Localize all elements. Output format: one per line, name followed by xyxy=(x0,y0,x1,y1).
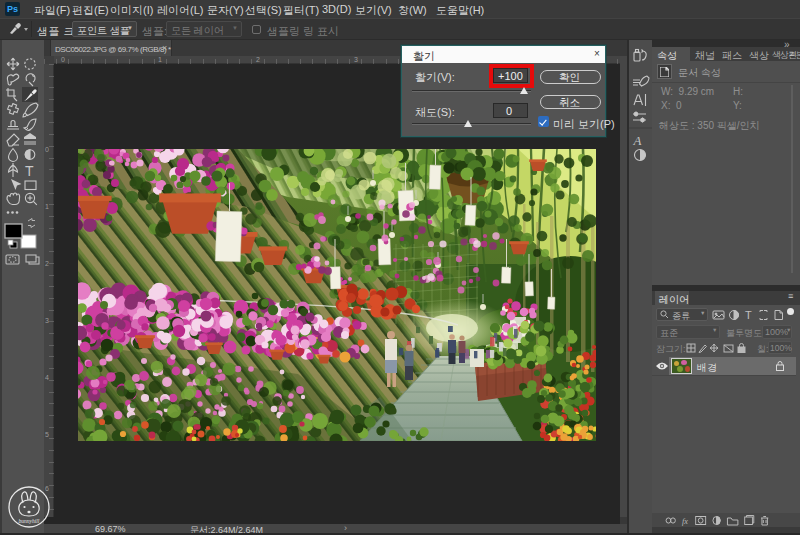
svg-text:fx: fx xyxy=(682,516,688,526)
svg-text:T: T xyxy=(25,163,34,179)
svg-text:A: A xyxy=(633,133,642,148)
svg-text:bunnyhill: bunnyhill xyxy=(19,518,40,524)
svg-text:T: T xyxy=(745,309,752,321)
